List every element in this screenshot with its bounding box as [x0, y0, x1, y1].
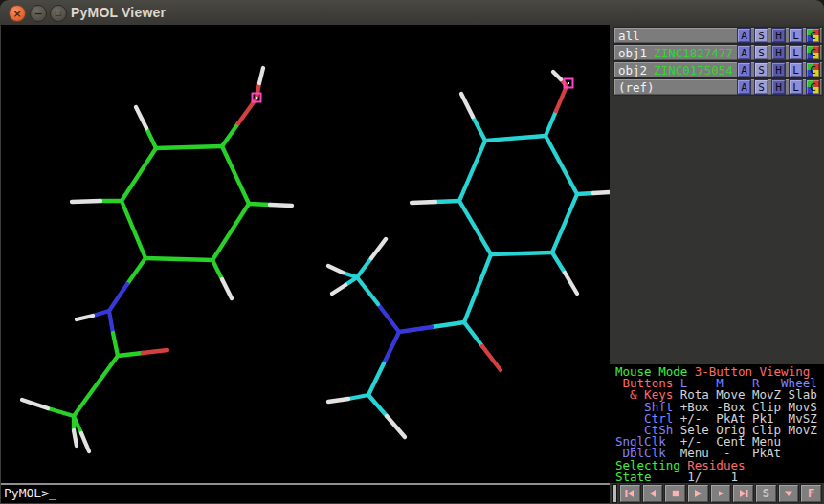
minimize-icon[interactable]: − [30, 5, 47, 22]
l-menu-button[interactable]: L [789, 79, 803, 95]
h-menu-button[interactable]: H [771, 62, 786, 77]
s-menu-button[interactable]: S [754, 79, 768, 95]
internal-gui-panel: allASHLCobj1ZINC1827477ASHLCobj2ZINC0175… [610, 25, 824, 483]
menu-down-button[interactable] [778, 484, 800, 503]
a-menu-button[interactable]: A [737, 45, 751, 60]
asl-button-group: ASHLC [737, 45, 820, 60]
stop-button[interactable] [664, 484, 686, 503]
title-bar[interactable]: × − □ PyMOL Viewer [0, 0, 824, 26]
c-menu-button[interactable]: C [806, 62, 820, 77]
l-menu-button[interactable]: L [789, 28, 803, 43]
h-menu-button[interactable]: H [771, 45, 786, 60]
viewport-3d[interactable] [1, 25, 610, 483]
mouse-help-line: State 1/ 1 [615, 471, 824, 483]
a-menu-button[interactable]: A [737, 28, 751, 43]
object-name[interactable]: obj1 [614, 46, 647, 60]
object-name[interactable]: obj2 [614, 63, 647, 77]
asl-button-group: ASHLC [737, 79, 820, 95]
object-name[interactable]: (ref) [614, 80, 655, 95]
asl-button-group: ASHLC [737, 62, 820, 77]
l-menu-button[interactable]: L [789, 45, 803, 60]
pymol-window: × − □ PyMOL Viewer PyMOL>_ allASHLCobj1Z… [0, 0, 824, 504]
movie-control-bar: SF [610, 483, 824, 504]
close-icon[interactable]: × [9, 5, 26, 22]
play-button[interactable] [687, 484, 709, 503]
playback-buttons: SF [619, 483, 822, 503]
object-row-obj2[interactable]: obj2ZINC0175054ASHLC [613, 61, 823, 78]
a-menu-button[interactable]: A [737, 79, 751, 95]
window-title: PyMOL Viewer [71, 5, 166, 20]
panel-drag-handle[interactable] [612, 484, 617, 503]
mouse-help-panel: Mouse Mode 3-Button Viewing Buttons L M … [610, 364, 824, 483]
command-cursor: _ [49, 486, 56, 500]
object-zinc-id: ZINC1827477 [654, 46, 733, 60]
object-row-ref[interactable]: (ref)ASHLC [613, 78, 823, 96]
c-menu-button[interactable]: C [806, 45, 820, 60]
full-screen-button[interactable]: F [800, 484, 822, 503]
selection-indicator-dot [256, 97, 257, 99]
asl-button-group: ASHLC [737, 28, 820, 43]
step-forward-button[interactable] [710, 484, 732, 503]
molecule-obj1[interactable] [22, 68, 292, 451]
maximize-icon[interactable]: □ [50, 5, 67, 22]
object-row-all[interactable]: allASHLC [613, 27, 823, 44]
object-list: allASHLCobj1ZINC1827477ASHLCobj2ZINC0175… [613, 27, 823, 96]
h-menu-button[interactable]: H [771, 79, 786, 95]
scene-button[interactable]: S [755, 484, 777, 503]
c-menu-button[interactable]: C [806, 79, 820, 95]
h-menu-button[interactable]: H [771, 28, 786, 43]
forward-to-end-button[interactable] [732, 484, 754, 503]
l-menu-button[interactable]: L [789, 62, 803, 77]
selection-indicator-dot [568, 82, 569, 84]
object-zinc-id: ZINC0175054 [654, 63, 733, 77]
s-menu-button[interactable]: S [754, 28, 768, 43]
command-prompt: PyMOL> [4, 486, 49, 500]
molecule-obj2[interactable] [328, 72, 610, 437]
molecule-canvas[interactable] [1, 25, 610, 483]
command-line-input[interactable]: PyMOL>_ [1, 483, 610, 503]
s-menu-button[interactable]: S [754, 62, 768, 77]
c-menu-button[interactable]: C [806, 28, 820, 43]
s-menu-button[interactable]: S [754, 45, 768, 60]
a-menu-button[interactable]: A [737, 62, 751, 77]
rewind-to-start-button[interactable] [619, 484, 641, 503]
step-back-button[interactable] [642, 484, 664, 503]
object-name[interactable]: all [614, 29, 640, 43]
object-row-obj1[interactable]: obj1ZINC1827477ASHLC [613, 44, 823, 61]
